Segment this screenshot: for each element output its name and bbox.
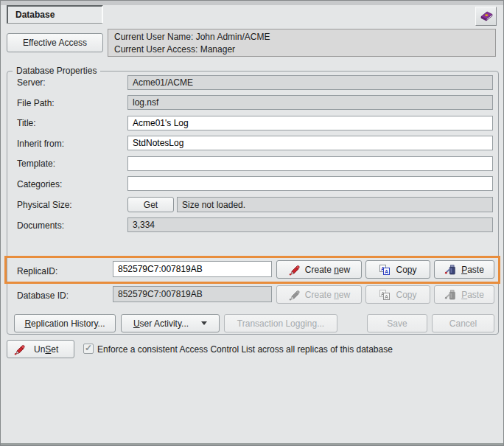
paste-jar-icon [444,289,456,301]
chevron-down-icon [201,321,207,325]
accel-key: P [461,290,467,300]
get-size-label: Get [144,200,158,210]
database-properties-group-title: Database Properties [13,66,100,76]
transaction-logging-button-disabled: Transaction Logging... [224,314,337,332]
template-input[interactable] [127,156,493,171]
effective-access-label: Effective Access [23,38,87,48]
get-size-button[interactable]: Get [127,197,174,212]
database-create-new-button-disabled: Create new [276,285,362,304]
inherit-from-input[interactable] [127,136,493,150]
replica-id-label: ReplicaID: [17,266,57,276]
template-label: Template: [17,158,55,169]
replica-create-new-button[interactable]: Create new [276,260,362,279]
replica-create-new-label: Create new [305,265,350,275]
current-user-name: Current User Name: John Admin/ACME [114,31,489,43]
replica-paste-label: Paste [461,265,484,275]
window-bottom-edge [1,443,503,445]
unset-label: UnSet [34,344,58,355]
replica-paste-button[interactable]: Paste [434,260,494,279]
replica-copy-label: Copy [396,265,416,275]
accel-key: p [407,290,413,300]
properties-book-button[interactable] [475,7,497,26]
database-id-field: 852579C7:007819AB [113,286,272,302]
database-create-new-label: Create new [305,290,350,300]
current-user-info-box: Current User Name: John Admin/ACME Curre… [108,29,496,57]
accel-key: p [407,265,413,275]
user-activity-button[interactable]: User Activity... [121,314,220,332]
user-activity-label: User Activity... [133,318,189,329]
gray-pen-icon [288,289,300,301]
title-label: Title: [17,118,36,128]
save-label: Save [387,318,407,329]
acl-consistency-label: Enforce a consistent Access Control List… [97,344,393,355]
tab-database[interactable]: Database [7,5,103,24]
accel-key: n [334,265,339,275]
database-properties-window: Database Effective Access Current User N… [0,0,504,446]
accel-key: R [24,318,31,329]
physical-size-field: Size not loaded. [177,197,493,212]
properties-book-icon [479,9,494,24]
replication-history-label: Replication History... [24,318,105,329]
file-path-label: File Path: [17,98,55,108]
paste-jar-icon [444,264,456,276]
server-field: Acme01/ACME [127,75,493,90]
svg-text:A: A [385,293,388,299]
red-pen-icon [13,344,25,355]
inherit-from-label: Inherit from: [17,139,64,149]
unset-button[interactable]: UnSet [7,340,74,358]
database-paste-label: Paste [461,290,484,300]
cancel-button-disabled: Cancel [432,314,494,332]
accel-key: P [461,265,467,275]
copy-documents-icon: A A [379,289,391,301]
categories-input[interactable] [127,176,493,191]
accel-key: n [334,290,339,300]
title-input[interactable] [127,116,493,130]
categories-label: Categories: [17,179,62,189]
save-button-disabled: Save [367,314,427,332]
acl-consistency-checkbox [83,344,94,354]
red-pen-icon [288,264,300,276]
effective-access-button[interactable]: Effective Access [7,33,103,52]
svg-text:A: A [385,268,388,273]
server-label: Server: [17,77,46,88]
copy-documents-icon: A A [379,264,391,276]
file-path-field: log.nsf [127,95,493,110]
accel-key: U [133,318,140,329]
replication-history-button[interactable]: Replication History... [14,314,116,332]
database-id-label: Database ID: [17,290,69,301]
current-user-access: Current User Access: Manager [114,43,489,56]
cancel-label: Cancel [449,318,477,329]
database-copy-button-disabled: A A Copy [365,285,430,304]
database-paste-button-disabled: Paste [434,285,494,304]
replica-id-input[interactable] [113,261,272,277]
documents-label: Documents: [17,220,64,231]
physical-size-label: Physical Size: [17,200,72,210]
documents-field: 3,334 [127,217,493,232]
replica-copy-button[interactable]: A A Copy [365,260,430,279]
database-copy-label: Copy [396,290,416,300]
transaction-logging-label: Transaction Logging... [237,318,324,329]
